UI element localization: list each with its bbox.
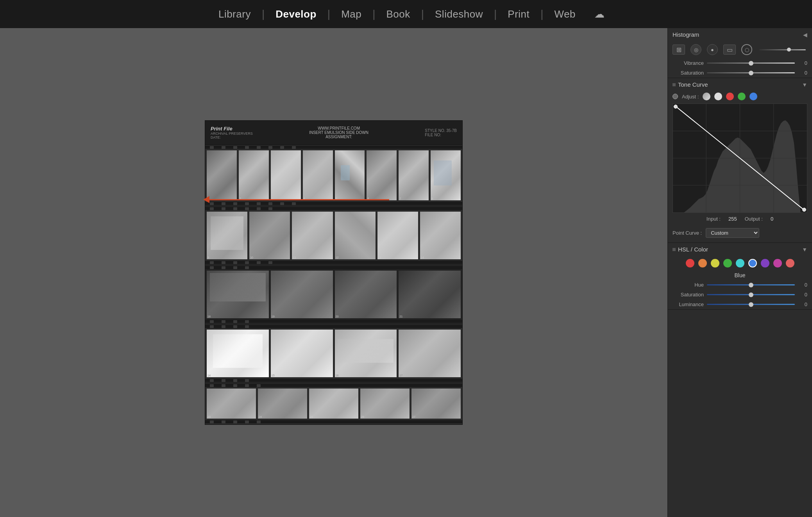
film-hole [268,202,272,205]
vibrance-thumb[interactable] [749,61,753,66]
tone-curve-graph[interactable] [672,103,807,213]
film-hole [280,202,284,205]
frame-num: 4 [304,197,305,200]
hsl-saturation-track [707,294,795,295]
film-hole [210,146,214,149]
film-row-3: 18 19 20 21 [205,265,462,324]
nav-develop[interactable]: Develop [265,8,327,20]
point-curve-select[interactable]: Custom Linear Medium Contrast Strong Con… [706,228,759,238]
film-hole [233,261,237,264]
curve-channel-white[interactable] [714,93,722,100]
frame-num: 10 [250,256,253,259]
output-value: 0 [771,216,773,222]
film-hole [292,202,296,205]
film-hole [222,207,225,210]
hsl-color-buttons [668,256,812,271]
frame-num: 17 [399,374,402,377]
file-label: FILE NO: [425,133,457,137]
hsl-magenta-button[interactable] [773,259,782,267]
film-frame-20: 20 [335,271,397,318]
histogram-toggle[interactable]: ◀ [803,32,807,38]
curve-point-bottom[interactable] [802,208,806,212]
tone-curve-section: Tone Curve ▼ Adjust : [668,78,812,243]
adjust-label: Adjust : [682,94,699,100]
hsl-saturation-thumb[interactable] [749,292,753,297]
tone-curve-toggle[interactable]: ▼ [802,82,807,88]
insert-text: INSERT EMULSION SIDE DOWN [309,130,368,135]
nav-library[interactable]: Library [207,8,262,20]
curve-point-top[interactable] [674,105,678,109]
film-hole [245,261,249,264]
hsl-all-button[interactable] [786,259,794,267]
film-hole [233,266,237,269]
vibrance-row: Vibrance 0 [668,58,812,68]
hsl-blue-button[interactable] [748,259,757,267]
hsl-yellow-button[interactable] [711,259,719,267]
section-block [672,83,676,86]
exposure-thumb[interactable] [787,48,791,52]
film-frame-11: 11 [292,212,333,259]
nav-map[interactable]: Map [330,8,372,20]
hsl-header: HSL / Color ▼ [668,243,812,256]
film-hole [245,202,249,205]
film-row-2: 9 10 11 12 13 14 [205,206,462,265]
film-hole [257,421,261,423]
frame-num: 20 [336,315,339,318]
heal-tool-button[interactable]: ◎ [690,44,701,55]
film-hole [245,325,249,328]
hsl-hue-thumb[interactable] [749,283,753,287]
frame-num: 2 [240,197,241,200]
svg-line-6 [675,106,805,210]
curve-channel-blue[interactable] [749,93,757,100]
curve-channel-rgb[interactable] [703,93,710,100]
film-frame-26: 26 [360,389,410,419]
crop-tool-button[interactable]: ⊞ [672,45,685,55]
film-frame-10: 10 [249,212,290,259]
hsl-green-button[interactable] [723,259,732,267]
tone-curve-controls: Adjust : [668,91,812,103]
saturation-value: 0 [798,70,807,76]
curve-channel-red[interactable] [726,93,734,100]
hsl-red-button[interactable] [686,259,694,267]
film-header-center: WWW.PRINTFILE.COM INSERT EMULSION SIDE D… [309,126,368,139]
target-adj-button[interactable] [672,94,678,99]
nav-web[interactable]: Web [544,8,587,20]
saturation-thumb[interactable] [749,71,753,75]
histogram-section: Histogram ◀ ⊞ ◎ ● ▭ ◯ Vibrance [668,28,812,78]
frame-num: 7 [399,197,401,200]
hsl-hue-value: 0 [798,282,807,288]
film-hole [257,384,261,387]
point-curve-row: Point Curve : Custom Linear Medium Contr… [668,225,812,242]
radial-filter-button[interactable]: ◯ [741,44,752,55]
film-hole [210,202,214,205]
film-hole [210,261,214,264]
hsl-orange-button[interactable] [698,259,707,267]
nav-print[interactable]: Print [497,8,540,20]
gradient-filter-button[interactable]: ▭ [723,45,736,55]
hsl-purple-button[interactable] [761,259,769,267]
film-hole [257,146,261,149]
cloud-icon[interactable]: ☁ [594,8,605,20]
hsl-saturation-value: 0 [798,292,807,298]
hsl-luminance-thumb[interactable] [749,302,753,307]
hsl-toggle[interactable]: ▼ [802,246,807,253]
print-file-logo: Print File ARCHIVAL PRESERVERS DATE: [211,126,253,139]
film-row-4: 14 15 16 17 [205,324,462,383]
film-hole [292,146,296,149]
exposure-slider-row [758,49,807,50]
nav-sep-2: | [327,8,330,20]
film-frame-8: 8 [431,150,461,200]
film-frame-27: 27 [411,389,461,419]
film-frame-25: 25 [309,389,358,419]
film-hole [233,379,237,382]
hsl-aqua-button[interactable] [736,259,744,267]
film-hole [233,207,237,210]
nav-slideshow[interactable]: Slideshow [424,8,494,20]
curve-channel-green[interactable] [738,93,746,100]
film-frame-6: 6 [367,150,397,200]
nav-book[interactable]: Book [375,8,421,20]
red-eye-button[interactable]: ● [707,44,718,55]
film-hole [245,207,249,210]
film-frame-7: 7 [399,150,429,200]
hsl-active-channel: Blue [668,271,812,280]
